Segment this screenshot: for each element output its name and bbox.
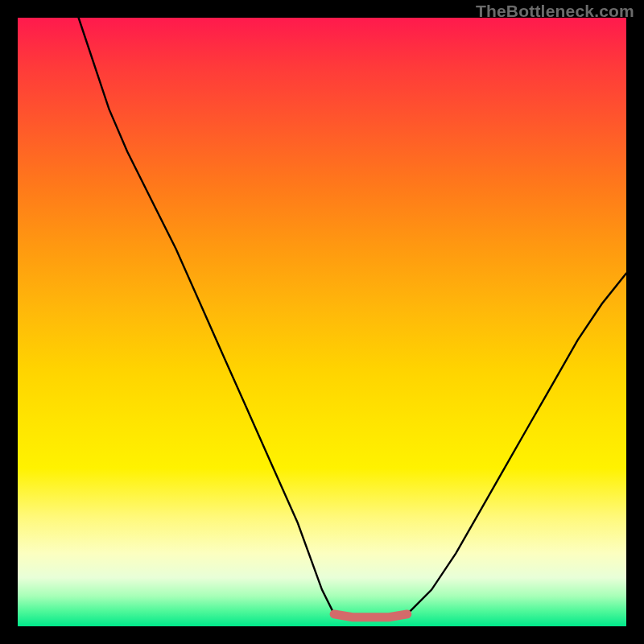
optimal-highlight <box>334 614 407 617</box>
bottleneck-curve <box>79 18 626 617</box>
curve-layer <box>18 18 626 626</box>
plot-area <box>18 18 626 626</box>
chart-frame: TheBottleneck.com <box>0 0 644 644</box>
